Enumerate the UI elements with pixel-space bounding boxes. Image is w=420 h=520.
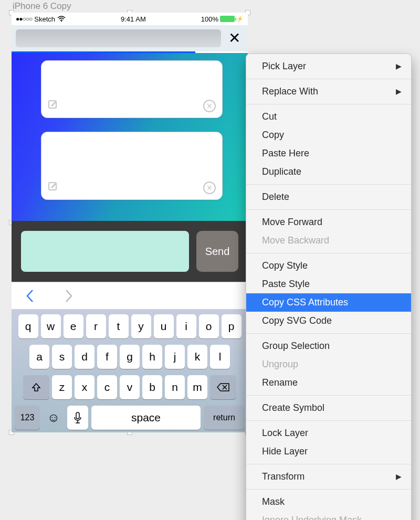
menu-transform[interactable]: Transform▶ [246,468,411,486]
menu-move-backward: Move Backward [246,231,411,250]
svg-point-0 [61,21,62,22]
compose-icon[interactable] [48,100,58,112]
menu-delete[interactable]: Delete [246,188,411,206]
menu-rename[interactable]: Rename [246,374,411,392]
key-b[interactable]: b [142,375,162,399]
menu-cut[interactable]: Cut [246,108,411,126]
key-n[interactable]: n [165,375,185,399]
close-icon[interactable]: ✕ [225,31,244,46]
menu-ignore-mask: Ignore Underlying Mask [246,511,411,520]
compose-icon[interactable] [48,182,58,194]
send-button[interactable]: Send [196,231,238,272]
menu-create-symbol[interactable]: Create Symbol [246,399,411,417]
status-bar: ●●○○○ Sketch 9:41 AM 100% ⚡ [12,13,248,25]
menu-replace-with[interactable]: Replace With▶ [246,82,411,101]
emoji-key[interactable]: ☺ [43,406,64,430]
key-j[interactable]: j [165,345,185,369]
artboard-selection[interactable]: ●●○○○ Sketch 9:41 AM 100% ⚡ ✕ ✕ [12,13,248,432]
clock-label: 9:41 AM [121,15,146,23]
return-key[interactable]: return [204,406,245,430]
key-c[interactable]: c [97,375,117,399]
key-y[interactable]: y [131,314,151,338]
key-g[interactable]: g [120,345,140,369]
key-u[interactable]: u [154,314,174,338]
message-card[interactable]: ✕ [41,132,223,200]
key-z[interactable]: z [52,375,72,399]
key-k[interactable]: k [187,345,207,369]
key-r[interactable]: r [86,314,106,338]
menu-duplicate[interactable]: Duplicate [246,163,411,181]
wifi-icon [57,16,66,22]
menu-copy[interactable]: Copy [246,126,411,144]
menu-paste-style[interactable]: Paste Style [246,275,411,293]
menu-hide-layer[interactable]: Hide Layer [246,442,411,461]
key-v[interactable]: v [120,375,140,399]
message-list: ✕ ✕ [12,53,248,221]
numbers-key[interactable]: 123 [15,406,40,430]
menu-pick-layer[interactable]: Pick Layer▶ [246,57,411,76]
submenu-arrow-icon: ▶ [396,471,402,482]
submenu-arrow-icon: ▶ [396,86,402,97]
submenu-arrow-icon: ▶ [396,61,402,72]
message-card[interactable]: ✕ [41,60,223,118]
battery-icon [220,16,235,22]
svg-rect-3 [76,412,79,419]
keyboard-toolbar [12,282,248,309]
forward-icon[interactable] [63,289,74,303]
battery-pct-label: 100% [201,15,218,23]
key-o[interactable]: o [199,314,219,338]
key-a[interactable]: a [29,345,49,369]
charging-icon: ⚡ [236,16,244,23]
key-x[interactable]: x [75,375,94,399]
key-h[interactable]: h [142,345,162,369]
shift-key[interactable] [23,375,49,399]
key-e[interactable]: e [64,314,83,338]
backspace-key[interactable] [210,375,236,399]
menu-copy-style[interactable]: Copy Style [246,257,411,275]
key-d[interactable]: d [75,345,94,369]
key-t[interactable]: t [109,314,129,338]
key-w[interactable]: w [41,314,61,338]
context-menu: Pick Layer▶ Replace With▶ Cut Copy Paste… [246,54,412,520]
menu-lock-layer[interactable]: Lock Layer [246,424,411,442]
artboard-title: iPhone 6 Copy [13,1,71,12]
menu-mask[interactable]: Mask [246,493,411,511]
key-s[interactable]: s [52,345,72,369]
search-bar: ✕ [12,25,248,51]
message-input[interactable] [21,231,189,272]
key-l[interactable]: l [210,345,230,369]
space-key[interactable]: space [91,406,201,430]
compose-row: Send [12,221,248,282]
menu-copy-svg-code[interactable]: Copy SVG Code [246,312,411,330]
menu-group-selection[interactable]: Group Selection [246,337,411,355]
menu-move-forward[interactable]: Move Forward [246,213,411,231]
dictation-key[interactable] [67,406,88,430]
carrier-label: Sketch [34,15,55,23]
delete-icon[interactable]: ✕ [203,182,216,194]
menu-ungroup: Ungroup [246,355,411,374]
search-input[interactable] [16,29,221,47]
key-m[interactable]: m [187,375,207,399]
iphone-artboard: ●●○○○ Sketch 9:41 AM 100% ⚡ ✕ ✕ [12,13,248,432]
signal-dots-icon: ●●○○○ [16,15,32,23]
key-i[interactable]: i [176,314,196,338]
keyboard: qwertyuiop asdfghjkl zxcvbnm 123 ☺ space… [12,309,248,432]
back-icon[interactable] [25,289,36,303]
key-q[interactable]: q [18,314,38,338]
key-f[interactable]: f [97,345,117,369]
delete-icon[interactable]: ✕ [203,100,216,112]
menu-paste-here[interactable]: Paste Here [246,144,411,163]
menu-copy-css-attributes[interactable]: Copy CSS Attributes [246,293,411,312]
key-p[interactable]: p [222,314,242,338]
